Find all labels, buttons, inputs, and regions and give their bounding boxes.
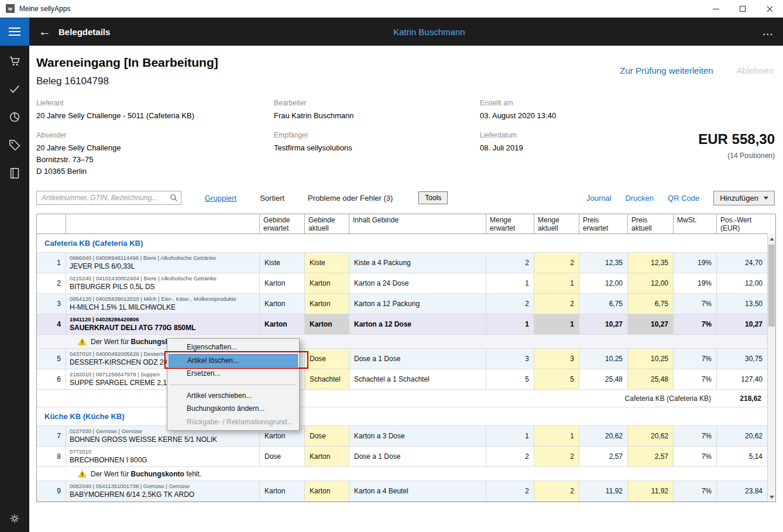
search-icon[interactable] bbox=[170, 194, 178, 202]
gebinde-aktuell-cell[interactable]: Karton bbox=[305, 447, 349, 466]
search-input[interactable] bbox=[36, 191, 181, 205]
gebinde-aktuell-cell[interactable]: Karton bbox=[305, 481, 349, 501]
menge-aktuell-cell[interactable]: 5 bbox=[534, 369, 579, 389]
tools-button[interactable]: Tools bbox=[418, 191, 448, 204]
article-cell: 0215240 | 04102430002404 | Biere | Alkoh… bbox=[66, 273, 260, 293]
minimize-button[interactable] bbox=[702, 0, 729, 18]
column-header-1[interactable] bbox=[66, 214, 260, 234]
column-header-2[interactable]: Gebinde erwartet bbox=[260, 214, 305, 234]
preis-erwartet-cell: 12,35 bbox=[579, 253, 628, 273]
hinzufuegen-button[interactable]: Hinzufügen bbox=[713, 191, 775, 205]
gebinde-aktuell-cell[interactable]: Dose bbox=[305, 349, 349, 369]
menu-button[interactable] bbox=[0, 18, 29, 46]
back-button[interactable]: ← bbox=[39, 25, 56, 39]
pos-wert-cell: 13,50 bbox=[717, 294, 767, 314]
scrollbar-thumb[interactable] bbox=[768, 245, 775, 327]
menge-aktuell-cell[interactable]: 2 bbox=[534, 294, 579, 314]
forward-for-review-button[interactable]: Zur Prüfung weiterleiten bbox=[620, 66, 713, 75]
article-cell: 0954120 | 04025839012020 | Milch | Eier-… bbox=[66, 294, 260, 314]
price-tag-icon bbox=[8, 139, 21, 152]
probleme-filter[interactable]: Probleme oder Fehler (3) bbox=[308, 194, 393, 202]
menge-aktuell-cell[interactable]: 2 bbox=[534, 253, 579, 273]
sidebar-item-tasks[interactable] bbox=[8, 83, 21, 95]
reject-button[interactable]: Ablehnen bbox=[737, 66, 774, 75]
search-box bbox=[36, 191, 181, 205]
preis-erwartet-cell: 6,75 bbox=[579, 294, 628, 314]
article-name: BRECHBOHNEN I 800G bbox=[70, 456, 259, 464]
gruppiert-toggle[interactable]: Gruppiert bbox=[205, 194, 236, 202]
preis-aktuell-cell[interactable]: 12,35 bbox=[628, 253, 674, 273]
preis-aktuell-cell[interactable]: 12,00 bbox=[628, 273, 674, 293]
column-header-9[interactable]: MwSt. bbox=[674, 214, 717, 234]
preis-aktuell-cell[interactable]: 6,75 bbox=[628, 294, 674, 314]
menge-aktuell-cell[interactable]: 2 bbox=[534, 447, 579, 466]
column-header-8[interactable]: Preis aktuell bbox=[628, 214, 674, 234]
menu-item[interactable]: Ersetzen... bbox=[169, 367, 298, 380]
menge-aktuell-cell[interactable]: 2 bbox=[534, 481, 579, 501]
table-row[interactable]: 30954120 | 04025839012020 | Milch | Eier… bbox=[37, 294, 767, 314]
user-name[interactable]: Katrin Buschmann bbox=[393, 27, 465, 37]
gebinde-erwartet-cell: Karton bbox=[260, 294, 305, 314]
sidebar-item-prices[interactable] bbox=[8, 139, 21, 152]
menge-aktuell-cell[interactable]: 1 bbox=[534, 314, 579, 334]
preis-aktuell-cell[interactable]: 20,62 bbox=[628, 426, 674, 446]
scroll-down-button[interactable] bbox=[768, 492, 775, 502]
column-header-6[interactable]: Menge aktuell bbox=[534, 214, 579, 234]
table-row[interactable]: 20215240 | 04102430002404 | Biere | Alko… bbox=[37, 273, 767, 294]
menu-item[interactable]: Artikel verschieben... bbox=[169, 389, 298, 403]
sidebar-item-journal[interactable] bbox=[8, 167, 21, 180]
menu-item[interactable]: Eigenschaften... bbox=[169, 341, 298, 354]
field-lieferant: Lieferant20 Jahre Selly Challenge - 5011… bbox=[36, 99, 274, 122]
preis-aktuell-cell[interactable]: 10,25 bbox=[628, 349, 674, 369]
table-row[interactable]: 41941120 | 04028286420806SAUERKRAUT DELI… bbox=[37, 314, 767, 335]
preis-aktuell-cell[interactable]: 2,57 bbox=[628, 447, 674, 466]
menge-aktuell-cell[interactable]: 1 bbox=[534, 273, 579, 293]
column-header-4[interactable]: Inhalt Gebinde bbox=[349, 214, 486, 234]
scroll-up-button[interactable] bbox=[768, 234, 775, 243]
menu-item[interactable]: Buchungskonto ändern... bbox=[169, 402, 298, 416]
more-button[interactable]: ... bbox=[763, 27, 774, 37]
column-header-5[interactable]: Menge erwartet bbox=[486, 214, 534, 234]
article-cell: 0996040 | 04008948114496 | Biere | Alkoh… bbox=[66, 253, 260, 273]
gebinde-aktuell-cell[interactable]: Karton bbox=[305, 294, 349, 314]
pie-chart-icon bbox=[8, 111, 21, 123]
gebinde-aktuell-cell[interactable]: Schachtel bbox=[305, 369, 349, 389]
group-footer-value: 218,62 bbox=[717, 394, 767, 403]
qr-code-link[interactable]: QR Code bbox=[668, 194, 699, 202]
preis-aktuell-cell[interactable]: 25,48 bbox=[628, 369, 674, 389]
warning-row: Der Wert für Buchungskonto fehlt. bbox=[37, 335, 767, 349]
maximize-button[interactable] bbox=[729, 0, 756, 18]
table-row[interactable]: 10996040 | 04008948114496 | Biere | Alko… bbox=[37, 253, 767, 273]
table-row[interactable]: 90082040 | 05411361001738 | Gemüse | Gem… bbox=[37, 481, 767, 502]
drucken-link[interactable]: Drucken bbox=[626, 194, 654, 202]
gebinde-aktuell-cell[interactable]: Karton bbox=[305, 273, 349, 293]
preis-aktuell-cell[interactable]: 11,92 bbox=[628, 481, 674, 501]
gebinde-aktuell-cell[interactable]: Kiste bbox=[305, 253, 349, 273]
menge-aktuell-cell[interactable]: 1 bbox=[534, 426, 579, 446]
column-header-3[interactable]: Gebinde aktuell bbox=[305, 214, 349, 234]
row-number: 6 bbox=[37, 369, 66, 389]
preis-aktuell-cell[interactable]: 10,27 bbox=[628, 314, 674, 334]
column-header-7[interactable]: Preis erwartet bbox=[579, 214, 628, 234]
table-row[interactable]: 62182010 | 0871256647978 | SuppenSUPPE S… bbox=[37, 369, 767, 390]
menu-item[interactable]: Rückgabe- / Reklamationsgrund... bbox=[169, 416, 298, 429]
main-content: Wareneingang [In Bearbeitung] Beleg 1610… bbox=[29, 46, 783, 502]
document-number: Beleg 16104798 bbox=[36, 75, 775, 87]
column-header-0[interactable] bbox=[37, 214, 66, 234]
sortiert-toggle[interactable]: Sortiert bbox=[260, 194, 284, 202]
preis-erwartet-cell: 12,00 bbox=[579, 273, 628, 293]
table-row[interactable]: 70237030 | Gemüse | GemüseBOHNEN GROSS W… bbox=[37, 426, 767, 447]
vertical-scrollbar[interactable] bbox=[767, 234, 775, 502]
settings-button[interactable] bbox=[8, 512, 21, 525]
sidebar-item-reports[interactable] bbox=[8, 111, 21, 123]
menge-aktuell-cell[interactable]: 3 bbox=[534, 349, 579, 369]
gebinde-aktuell-cell[interactable]: Karton bbox=[305, 314, 349, 334]
table-row[interactable]: 80772010BRECHBOHNEN I 800GDoseKartonDose… bbox=[37, 447, 767, 467]
close-button[interactable] bbox=[756, 0, 783, 18]
journal-link[interactable]: Journal bbox=[586, 194, 612, 202]
column-header-10[interactable]: Pos.-Wert (EUR) bbox=[717, 214, 767, 234]
gebinde-aktuell-cell[interactable]: Dose bbox=[305, 426, 349, 446]
table-row[interactable]: 50437010 | 04000492005626 | DessertsDESS… bbox=[37, 349, 767, 369]
menu-item[interactable]: Artikel löschen... bbox=[169, 354, 298, 368]
sidebar-item-cart[interactable] bbox=[8, 54, 21, 67]
